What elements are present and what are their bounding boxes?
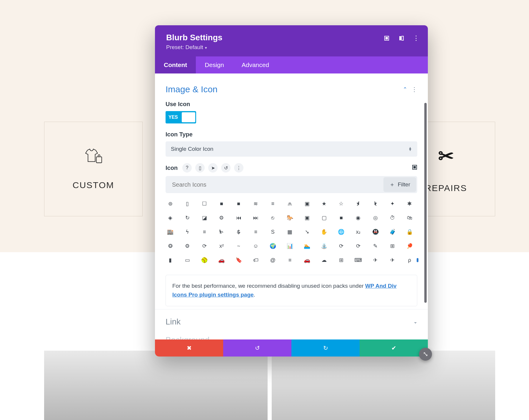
expand-icon[interactable] (384, 35, 390, 41)
icon-option[interactable]: @ (269, 256, 277, 264)
icon-option[interactable]: ➘ (303, 228, 311, 236)
icon-option[interactable]: 🌍 (269, 242, 277, 250)
toggle-use-icon[interactable]: YES (166, 111, 196, 123)
chevron-up-icon[interactable]: ⌃ (403, 86, 407, 93)
icon-option[interactable]: 🚇 (371, 228, 380, 236)
icon-option[interactable]: ⊚ (166, 200, 174, 208)
icon-option[interactable]: ⊞ (388, 242, 397, 250)
blurb-card-custom[interactable]: CUSTOM (44, 122, 143, 216)
icon-option[interactable]: ✱ (405, 200, 414, 208)
icon-option[interactable]: ⎋ (269, 214, 277, 222)
cancel-button[interactable]: ✖ (155, 339, 223, 357)
resize-handle[interactable]: ⤡ (419, 348, 432, 361)
icon-option[interactable]: ⏭ (252, 214, 260, 222)
tab-content[interactable]: Content (155, 56, 196, 73)
icon-option[interactable]: 🐎 (286, 214, 294, 222)
preset-dropdown[interactable]: Preset: Default (166, 44, 417, 51)
icon-option[interactable]: ~ (235, 242, 243, 250)
icon-option[interactable]: 🧳 (388, 228, 397, 236)
icon-option[interactable]: ⏱ (388, 214, 397, 222)
panel-scrollbar[interactable] (424, 103, 427, 303)
tab-advanced[interactable]: Advanced (233, 56, 278, 73)
icon-option[interactable]: ϟ (183, 228, 191, 236)
icon-option[interactable]: 🔒 (405, 228, 414, 236)
more-icon[interactable]: ⋮ (234, 163, 243, 173)
select-icon-type[interactable]: Single Color Icon ▲▼ (166, 141, 417, 157)
icon-option[interactable]: ⚙ (217, 214, 226, 222)
mobile-icon[interactable]: ▯ (195, 163, 205, 173)
icon-option[interactable]: ✈ (388, 256, 397, 264)
icon-option[interactable]: ↻ (183, 214, 191, 222)
undo-icon[interactable]: ↺ (221, 163, 231, 173)
icon-option[interactable]: ☺ (252, 242, 260, 250)
icon-option[interactable]: $̶ (235, 228, 243, 236)
icon-option[interactable]: ρ (405, 256, 414, 264)
section-more-icon[interactable] (411, 86, 417, 93)
icon-option[interactable]: ⏮ (235, 214, 243, 222)
icon-option[interactable]: ▢ (320, 214, 328, 222)
icon-grid-scrollbar[interactable] (417, 258, 418, 262)
redo-button[interactable]: ↻ (291, 339, 360, 357)
icon-option[interactable]: ▣ (303, 214, 311, 222)
icon-option[interactable]: ≡ (200, 228, 208, 236)
icon-option[interactable]: 📊 (286, 242, 294, 250)
icon-option[interactable]: ◎ (371, 214, 380, 222)
icon-option[interactable]: 🏓 (405, 242, 414, 250)
icon-option[interactable]: ★ (320, 200, 328, 208)
icon-option[interactable]: ▮ (166, 256, 174, 264)
icon-option[interactable]: ☆ (337, 200, 345, 208)
icon-option[interactable]: ◪ (200, 214, 208, 222)
icon-option[interactable]: ✎ (371, 242, 380, 250)
filter-button[interactable]: ＋ Filter (383, 177, 416, 192)
icon-option[interactable]: 🏷 (252, 256, 260, 264)
icon-option[interactable]: ≡ (269, 200, 277, 208)
icon-option[interactable]: ⚙ (183, 242, 191, 250)
icon-option[interactable]: ■ (337, 214, 345, 222)
help-icon[interactable]: ? (182, 163, 192, 173)
icon-option[interactable]: 🥎 (200, 256, 208, 264)
icon-option[interactable]: 🌐 (337, 228, 345, 236)
more-icon[interactable] (413, 35, 419, 41)
icon-option[interactable]: ⛲ (320, 242, 328, 250)
icon-option[interactable]: ■ (235, 200, 243, 208)
cursor-icon[interactable]: ➤ (208, 163, 218, 173)
icon-option[interactable]: ■ (217, 200, 226, 208)
icon-option[interactable]: ⩕ (286, 200, 294, 208)
expand-icon-picker[interactable] (412, 165, 417, 171)
icon-option[interactable]: ▯ (183, 200, 191, 208)
icon-option[interactable]: x² (217, 242, 226, 250)
undo-button[interactable]: ↺ (223, 339, 291, 357)
icon-option[interactable]: 🚗 (217, 256, 226, 264)
icon-option[interactable]: ☁ (320, 256, 328, 264)
section-title-image-icon[interactable]: Image & Icon (166, 84, 218, 94)
icon-option[interactable]: ◉ (354, 214, 362, 222)
icon-option[interactable]: ✈ (371, 256, 380, 264)
icon-option[interactable]: ⛷ (217, 228, 226, 236)
tab-design[interactable]: Design (196, 56, 233, 73)
icon-option[interactable]: ▣ (303, 200, 311, 208)
icon-option[interactable]: ▦ (286, 228, 294, 236)
icon-option[interactable]: ✋ (320, 228, 328, 236)
icon-option[interactable]: 🚗 (303, 256, 311, 264)
section-link[interactable]: Link ⌄ (155, 309, 428, 334)
icon-option[interactable]: ⊞ (337, 256, 345, 264)
icon-option[interactable]: ⯩ (371, 200, 380, 208)
icon-option[interactable]: 🏬 (166, 228, 174, 236)
icon-option[interactable]: ≋ (252, 200, 260, 208)
icon-option[interactable]: ❂ (166, 242, 174, 250)
icon-option[interactable]: ⟳ (354, 242, 362, 250)
sidebar-toggle-icon[interactable] (398, 35, 404, 41)
icon-option[interactable]: 🏊 (303, 242, 311, 250)
icon-option[interactable]: S (269, 228, 277, 236)
icon-option[interactable]: ⯨ (354, 200, 362, 208)
icon-option[interactable]: ≡ (286, 256, 294, 264)
icon-option[interactable]: ≡ (252, 228, 260, 236)
search-icons-input[interactable] (166, 176, 382, 193)
icon-option[interactable]: x₂ (354, 228, 362, 236)
icon-option[interactable]: ✦ (388, 200, 397, 208)
icon-option[interactable]: ☐ (200, 200, 208, 208)
icon-option[interactable]: ⟳ (200, 242, 208, 250)
icon-option[interactable]: ⟳ (337, 242, 345, 250)
icon-option[interactable]: 🛍 (405, 214, 414, 222)
icon-option[interactable]: 🔖 (235, 256, 243, 264)
